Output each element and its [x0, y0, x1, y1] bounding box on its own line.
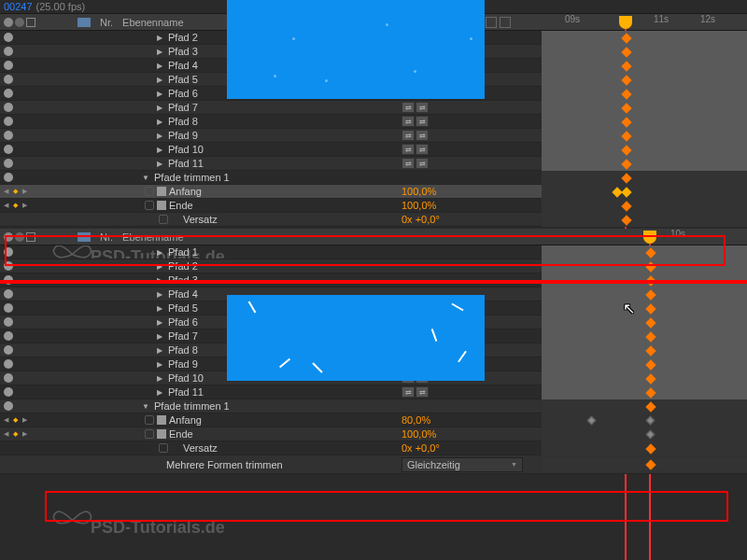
- property-row[interactable]: Ende 100,0%: [0, 199, 747, 213]
- switch-icon[interactable]: [486, 17, 497, 28]
- visibility-toggle[interactable]: [4, 117, 13, 126]
- layer-bar[interactable]: [542, 315, 747, 329]
- layer-bar[interactable]: [542, 143, 747, 157]
- keyframe-diamond[interactable]: [645, 317, 655, 328]
- group-name[interactable]: Pfade trimmen 1: [154, 172, 230, 183]
- mode-buttons[interactable]: ⇄⇄: [402, 130, 429, 141]
- twirl-icon[interactable]: [154, 260, 165, 272]
- layer-name[interactable]: Pfad 7: [168, 102, 198, 113]
- layer-name[interactable]: Pfad 8: [168, 344, 198, 356]
- twirl-icon[interactable]: [154, 330, 165, 342]
- keyframe-diamond[interactable]: [621, 47, 631, 57]
- twirl-icon[interactable]: [154, 130, 165, 141]
- layer-name[interactable]: Pfad 10: [168, 372, 204, 384]
- mode-buttons[interactable]: ⇄⇄: [402, 158, 429, 169]
- visibility-toggle[interactable]: [4, 303, 13, 313]
- keyframe-diamond[interactable]: [621, 215, 631, 225]
- layer-bar[interactable]: [542, 259, 747, 273]
- layer-name[interactable]: Pfad 8: [168, 116, 198, 127]
- layer-row[interactable]: Pfad 8 ⇄⇄: [0, 115, 747, 129]
- keyframe-nav[interactable]: [0, 202, 37, 210]
- visibility-toggle[interactable]: [4, 159, 13, 168]
- layer-row[interactable]: Pfad 1: [0, 245, 747, 259]
- keyframe-diamond[interactable]: [621, 173, 631, 183]
- layer-bar[interactable]: [542, 59, 747, 73]
- twirl-icon[interactable]: [154, 372, 165, 384]
- graph-icon[interactable]: [157, 429, 166, 439]
- property-row[interactable]: Mehrere Formen trimmen Gleichzeitig: [0, 455, 747, 474]
- timeline-lane[interactable]: [542, 171, 747, 185]
- keyframe-diamond[interactable]: [645, 331, 655, 342]
- twirl-icon[interactable]: [154, 358, 165, 370]
- keyframe-diamond[interactable]: [621, 89, 631, 99]
- keyframe-diamond[interactable]: [645, 401, 655, 412]
- layer-name[interactable]: Pfad 6: [168, 316, 198, 328]
- time-ruler[interactable]: 09s 11s 12s: [542, 14, 747, 31]
- property-row[interactable]: Ende 100,0%: [0, 427, 747, 441]
- visibility-toggle[interactable]: [4, 131, 13, 140]
- twirl-icon[interactable]: [154, 316, 165, 328]
- keyframe-nav[interactable]: [0, 188, 37, 196]
- current-time-indicator[interactable]: [619, 16, 632, 29]
- visibility-toggle[interactable]: [4, 387, 13, 397]
- graph-icon[interactable]: [157, 201, 166, 210]
- layer-bar[interactable]: [542, 129, 747, 143]
- keyframe-diamond[interactable]: [645, 289, 655, 300]
- layer-name[interactable]: Pfad 9: [168, 358, 198, 370]
- solo-icon[interactable]: [15, 232, 24, 242]
- twirl-icon[interactable]: [154, 116, 165, 127]
- twirl-icon[interactable]: [154, 32, 165, 43]
- property-row[interactable]: Versatz 0x +0,0°: [0, 213, 747, 227]
- keyframe-diamond[interactable]: [645, 459, 655, 469]
- visibility-toggle[interactable]: [4, 173, 13, 182]
- layer-bar[interactable]: [542, 357, 747, 371]
- layer-row[interactable]: Pfad 11 ⇄⇄: [0, 157, 747, 171]
- prop-value[interactable]: 100,0%: [402, 186, 436, 197]
- timecode[interactable]: 00247: [4, 1, 33, 12]
- keyframe-diamond[interactable]: [645, 359, 655, 370]
- layer-name[interactable]: Pfad 11: [168, 158, 204, 169]
- twirl-icon[interactable]: [154, 74, 165, 85]
- mode-buttons[interactable]: ⇄⇄: [402, 144, 429, 155]
- layer-name[interactable]: Pfad 5: [168, 74, 198, 85]
- property-row[interactable]: Anfang 100,0%: [0, 185, 747, 199]
- twirl-icon[interactable]: [154, 246, 165, 258]
- keyframe-diamond[interactable]: [645, 373, 655, 384]
- stopwatch-icon[interactable]: [145, 429, 154, 439]
- layer-name[interactable]: Pfad 2: [168, 260, 198, 272]
- twirl-icon[interactable]: [154, 60, 165, 71]
- prop-label[interactable]: Versatz: [183, 214, 218, 225]
- visibility-toggle[interactable]: [4, 89, 13, 98]
- prop-value[interactable]: 0x +0,0°: [402, 442, 440, 454]
- layer-bar[interactable]: [542, 245, 747, 259]
- mode-buttons[interactable]: ⇄⇄: [402, 116, 429, 127]
- timeline-lane[interactable]: [542, 413, 747, 427]
- keyframe-diamond[interactable]: [621, 159, 631, 169]
- timeline-lane[interactable]: [542, 199, 747, 213]
- layer-name[interactable]: Pfad 10: [168, 144, 204, 155]
- visibility-toggle[interactable]: [4, 33, 13, 42]
- keyframe-diamond[interactable]: [645, 261, 655, 272]
- eye-icon[interactable]: [4, 232, 13, 242]
- layer-name[interactable]: Pfad 3: [168, 274, 198, 286]
- layer-name[interactable]: Pfad 5: [168, 302, 198, 314]
- keyframe-diamond[interactable]: [621, 201, 631, 211]
- layer-bar[interactable]: [542, 301, 747, 315]
- prop-label[interactable]: Anfang: [169, 414, 202, 426]
- layer-row[interactable]: Pfad 9 ⇄⇄: [0, 129, 747, 143]
- switch-icon[interactable]: [500, 17, 511, 28]
- layer-row[interactable]: Pfad 10 ⇄⇄: [0, 143, 747, 157]
- prop-label[interactable]: Ende: [169, 428, 193, 440]
- visibility-toggle[interactable]: [4, 275, 13, 285]
- current-time-indicator[interactable]: [643, 231, 656, 244]
- keyframe-diamond[interactable]: [646, 415, 655, 425]
- keyframe-diamond[interactable]: [645, 247, 655, 258]
- lock-icon[interactable]: [26, 232, 35, 242]
- keyframe-diamond[interactable]: [645, 275, 655, 286]
- visibility-toggle[interactable]: [4, 359, 13, 369]
- stopwatch-icon[interactable]: [145, 201, 154, 210]
- solo-icon[interactable]: [15, 18, 24, 27]
- prop-label[interactable]: Versatz: [183, 442, 218, 454]
- keyframe-diamond[interactable]: [621, 187, 631, 197]
- layer-name[interactable]: Pfad 1: [168, 246, 198, 258]
